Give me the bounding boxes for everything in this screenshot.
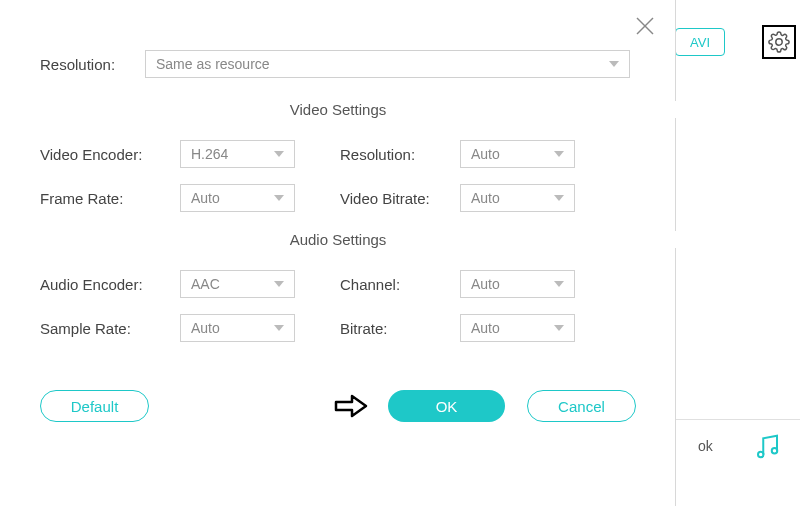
chevron-down-icon	[554, 151, 564, 157]
audio-settings-grid: Audio Encoder: AAC Channel: Auto Sample …	[40, 270, 636, 342]
resolution-label: Resolution:	[40, 56, 145, 73]
audio-settings-title: Audio Settings	[0, 231, 676, 248]
top-resolution-row: Resolution: Same as resource	[40, 50, 630, 78]
sample-rate-label: Sample Rate:	[40, 320, 180, 337]
sample-rate-value: Auto	[191, 320, 220, 336]
settings-gear-button[interactable]	[762, 25, 796, 59]
channel-value: Auto	[471, 276, 500, 292]
avi-format-button[interactable]: AVI	[675, 28, 725, 56]
resolution-dropdown[interactable]: Same as resource	[145, 50, 630, 78]
chevron-down-icon	[554, 325, 564, 331]
video-encoder-dropdown[interactable]: H.264	[180, 140, 295, 168]
audio-bitrate-label: Bitrate:	[340, 320, 460, 337]
chevron-down-icon	[274, 151, 284, 157]
audio-encoder-value: AAC	[191, 276, 220, 292]
video-bitrate-value: Auto	[471, 190, 500, 206]
audio-encoder-label: Audio Encoder:	[40, 276, 180, 293]
video-encoder-label: Video Encoder:	[40, 146, 180, 163]
frame-rate-value: Auto	[191, 190, 220, 206]
close-icon	[633, 14, 657, 38]
chevron-down-icon	[274, 195, 284, 201]
chevron-down-icon	[274, 325, 284, 331]
audio-bitrate-value: Auto	[471, 320, 500, 336]
svg-point-1	[772, 448, 778, 454]
frame-rate-label: Frame Rate:	[40, 190, 180, 207]
music-icon[interactable]	[752, 432, 782, 462]
video-bitrate-dropdown[interactable]: Auto	[460, 184, 575, 212]
chevron-down-icon	[554, 281, 564, 287]
video-resolution-dropdown[interactable]: Auto	[460, 140, 575, 168]
channel-label: Channel:	[340, 276, 460, 293]
chevron-down-icon	[274, 281, 284, 287]
sample-rate-dropdown[interactable]: Auto	[180, 314, 295, 342]
svg-point-0	[758, 452, 764, 458]
video-resolution-value: Auto	[471, 146, 500, 162]
video-bitrate-label: Video Bitrate:	[340, 190, 460, 207]
video-encoder-value: H.264	[191, 146, 228, 162]
close-button[interactable]	[633, 14, 657, 38]
default-button[interactable]: Default	[40, 390, 149, 422]
chevron-down-icon	[554, 195, 564, 201]
background-text-fragment: ok	[698, 438, 713, 454]
dialog-footer: Default OK Cancel	[40, 390, 636, 422]
settings-dialog: Resolution: Same as resource Video Setti…	[0, 0, 676, 506]
audio-encoder-dropdown[interactable]: AAC	[180, 270, 295, 298]
background-divider	[675, 419, 800, 420]
channel-dropdown[interactable]: Auto	[460, 270, 575, 298]
ok-button[interactable]: OK	[388, 390, 505, 422]
cancel-button[interactable]: Cancel	[527, 390, 636, 422]
audio-bitrate-dropdown[interactable]: Auto	[460, 314, 575, 342]
arrow-right-icon	[334, 394, 370, 418]
video-settings-grid: Video Encoder: H.264 Resolution: Auto Fr…	[40, 140, 636, 212]
chevron-down-icon	[609, 61, 619, 67]
gear-icon	[768, 31, 790, 53]
video-resolution-label: Resolution:	[340, 146, 460, 163]
frame-rate-dropdown[interactable]: Auto	[180, 184, 295, 212]
resolution-value: Same as resource	[156, 56, 270, 72]
background-strip: AVI ok	[675, 0, 800, 506]
video-settings-title: Video Settings	[0, 101, 676, 118]
